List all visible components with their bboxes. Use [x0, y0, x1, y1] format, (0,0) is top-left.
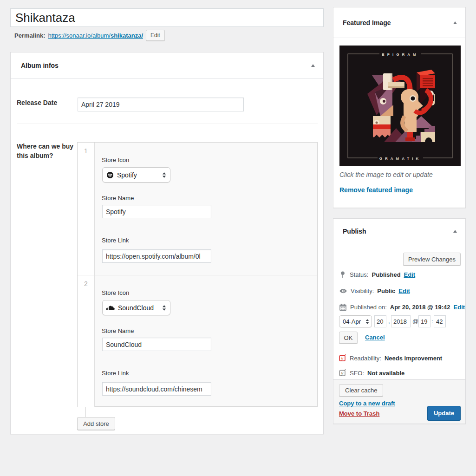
select-stepper-icon: [162, 305, 166, 311]
seo-row: y SEO: Not available: [339, 369, 404, 377]
published-on-row: Published on: Apr 20, 2018 @ 19:42 Edit: [339, 303, 465, 311]
permalink-label: Permalink:: [14, 32, 45, 39]
release-date-label: Release Date: [17, 98, 57, 107]
featured-image-metabox: Featured Image: [333, 7, 466, 208]
featured-image-thumbnail[interactable]: EPIGRAM GRAMATIK: [339, 46, 461, 166]
row-drag-handle[interactable]: 1: [78, 143, 95, 275]
store-row: 2 Store Icon SoundCloud Store Name Store…: [78, 275, 317, 407]
clear-cache-button[interactable]: Clear cache: [339, 384, 383, 397]
permalink-link[interactable]: https://sonaar.io/album/shikatanza/: [48, 32, 143, 39]
status-value: Published: [372, 271, 400, 278]
readability-row: y Readability: Needs improvement: [339, 354, 442, 362]
permalink-edit-button[interactable]: Edit: [146, 30, 165, 41]
published-on-value: Apr 20, 2018 @ 19:42: [390, 304, 450, 311]
calendar-icon: [339, 303, 347, 311]
store-link-input[interactable]: [102, 382, 211, 396]
store-name-label: Store Name: [102, 195, 134, 202]
select-stepper-icon: [365, 319, 369, 325]
featured-image-hint: Click the image to edit or update: [339, 171, 433, 178]
status-label: Status:: [350, 271, 368, 278]
store-name-input[interactable]: [102, 205, 211, 218]
publishing-actions: Clear cache Copy to a new draft Move to …: [333, 379, 465, 424]
status-edit-link[interactable]: Edit: [404, 271, 416, 278]
stores-repeater: 1 Store Icon Spotify Store Name Store Li…: [77, 142, 318, 407]
readability-yoast-icon: y: [339, 354, 346, 362]
update-button[interactable]: Update: [427, 406, 461, 420]
svg-text:y: y: [341, 356, 344, 361]
copy-to-new-draft-link[interactable]: Copy to a new draft: [339, 400, 395, 407]
seo-yoast-icon: y: [339, 369, 346, 377]
store-icon-select[interactable]: Spotify: [102, 167, 170, 183]
visibility-row: Visibility: Public Edit: [339, 287, 410, 294]
move-to-trash-link[interactable]: Move to Trash: [339, 410, 379, 417]
permalink-prefix: https://sonaar.io/album/: [48, 32, 110, 39]
date-ok-button[interactable]: OK: [339, 332, 358, 344]
hour-input[interactable]: [418, 315, 430, 327]
publish-title: Publish: [343, 228, 366, 235]
store-icon-value: SoundCloud: [118, 304, 162, 312]
remove-featured-image-link[interactable]: Remove featured image: [339, 186, 413, 194]
readability-value: Needs improvement: [385, 355, 442, 362]
store-icon-label: Store Icon: [102, 289, 129, 296]
art-top-caption: EPIGRAM: [382, 52, 418, 57]
collapse-icon[interactable]: [453, 230, 457, 233]
featured-image-header[interactable]: Featured Image: [333, 7, 465, 38]
month-select-value: 04-Apr: [343, 318, 365, 325]
featured-image-title: Featured Image: [343, 19, 391, 26]
permalink-slug: shikatanza/: [111, 32, 143, 39]
store-name-label: Store Name: [102, 327, 134, 334]
release-date-input[interactable]: [78, 98, 244, 111]
add-store-button[interactable]: Add store: [77, 417, 115, 430]
spotify-icon: [106, 171, 114, 179]
store-icon-value: Spotify: [117, 171, 162, 179]
published-on-label: Published on:: [350, 304, 387, 311]
publish-metabox: Publish Preview Changes Status: Publishe…: [333, 218, 466, 424]
store-link-label: Store Link: [102, 237, 129, 244]
store-icon-label: Store Icon: [102, 156, 129, 163]
year-input[interactable]: [391, 315, 411, 327]
time-colon: :: [431, 318, 433, 325]
preview-changes-button[interactable]: Preview Changes: [403, 253, 461, 266]
eye-icon: [339, 287, 347, 294]
store-name-input[interactable]: [102, 338, 211, 351]
date-cancel-link[interactable]: Cancel: [365, 334, 385, 341]
album-infos-metabox: Album infos Release Date Where can we bu…: [10, 52, 324, 434]
stores-field-label: Where can we buy this album?: [17, 142, 75, 160]
month-select[interactable]: 04-Apr: [339, 315, 372, 327]
store-link-input[interactable]: [102, 249, 211, 263]
field-divider: [17, 124, 318, 124]
visibility-edit-link[interactable]: Edit: [398, 287, 410, 294]
minute-input[interactable]: [434, 315, 446, 327]
permalink: Permalink: https://sonaar.io/album/shika…: [14, 30, 165, 41]
day-input[interactable]: [374, 315, 386, 327]
album-infos-header[interactable]: Album infos: [11, 52, 323, 79]
album-infos-title: Album infos: [21, 62, 59, 69]
row-drag-handle[interactable]: 2: [78, 275, 95, 407]
seo-value: Not available: [367, 370, 404, 377]
store-icon-select[interactable]: SoundCloud: [102, 300, 170, 315]
select-stepper-icon: [162, 172, 166, 178]
date-comma: ,: [388, 318, 390, 325]
art-bottom-caption: GRAMATIK: [379, 156, 422, 161]
store-link-label: Store Link: [102, 370, 129, 377]
date-at-sign: @: [412, 318, 418, 325]
seo-label: SEO:: [350, 370, 364, 377]
visibility-value: Public: [377, 287, 395, 294]
published-on-edit-link[interactable]: Edit: [454, 304, 465, 311]
collapse-icon[interactable]: [311, 64, 315, 67]
visibility-label: Visibility:: [351, 287, 374, 294]
post-title-input[interactable]: [10, 8, 324, 27]
pin-icon: [339, 271, 346, 278]
publish-header[interactable]: Publish: [333, 219, 465, 244]
status-row: Status: Published Edit: [339, 271, 415, 278]
readability-label: Readability:: [350, 355, 381, 362]
collapse-icon[interactable]: [453, 21, 457, 24]
repeater-connector-line: [85, 407, 86, 417]
svg-text:y: y: [341, 371, 344, 376]
soundcloud-icon: [106, 305, 115, 311]
store-row: 1 Store Icon Spotify Store Name Store Li…: [78, 143, 317, 275]
